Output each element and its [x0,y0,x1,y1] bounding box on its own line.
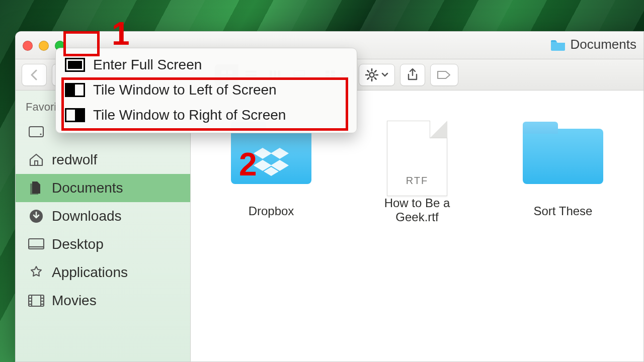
svg-line-26 [368,77,369,79]
folder-icon [550,38,566,51]
annotation-box-2 [61,77,348,131]
minimize-button[interactable] [39,41,49,51]
share-button[interactable] [400,64,425,86]
svg-point-28 [40,133,41,135]
documents-icon [28,179,45,197]
sidebar-item-label: redwolf [52,152,97,168]
svg-line-23 [368,70,369,72]
share-icon [407,68,418,81]
menu-item-label: Enter Full Screen [93,57,202,73]
window-title: Documents [550,37,637,52]
file-item[interactable]: RTF How to Be a Geek.rtf [367,121,467,224]
movies-icon [28,292,45,309]
sidebar-item-downloads[interactable]: Downloads [16,202,190,230]
sidebar-item-home[interactable]: redwolf [16,146,190,174]
file-badge: RTF [387,175,447,187]
sidebar-item-desktop[interactable]: Desktop [16,230,190,258]
home-icon [28,151,45,168]
gear-icon [365,68,378,81]
downloads-icon [28,208,45,225]
svg-marker-43 [271,148,289,159]
applications-icon [28,264,45,281]
disk-icon [28,123,45,140]
chevron-down-icon [381,72,388,77]
sidebar-item-documents[interactable]: Documents [16,174,190,202]
sidebar-item-label: Downloads [52,208,122,224]
file-name: Sort These [513,204,613,218]
sidebar-item-label: Applications [52,264,128,281]
fullscreen-icon [65,57,85,72]
svg-rect-29 [35,161,38,165]
sidebar-item-label: Documents [52,180,123,196]
close-button[interactable] [23,41,33,51]
menu-item-enter-fullscreen[interactable]: Enter Full Screen [58,52,355,77]
file-item[interactable]: Dropbox [221,121,321,224]
svg-line-25 [375,70,376,72]
window-title-text: Documents [571,37,637,52]
svg-line-24 [375,77,376,79]
file-item[interactable]: Sort These [513,121,613,224]
sidebar-item-label: Movies [52,293,97,309]
document-icon: RTF [377,121,457,186]
sidebar-item-applications[interactable]: Applications [16,258,190,287]
folder-icon [523,129,603,194]
annotation-number-1: 1 [112,15,130,52]
dropbox-icon [254,148,289,178]
svg-rect-27 [29,127,43,137]
annotation-box-1 [63,31,100,56]
file-name: Dropbox [221,204,321,218]
chevron-left-icon [30,69,38,80]
tags-button[interactable] [430,64,458,86]
file-name: How to Be a Geek.rtf [367,196,467,224]
sidebar-item-movies[interactable]: Movies [16,287,190,315]
annotation-number-2: 2 [239,146,257,183]
desktop-icon [28,236,45,253]
action-button[interactable] [359,64,395,86]
tag-icon [437,69,452,80]
back-button[interactable] [22,64,47,86]
sidebar-item-label: Desktop [52,236,104,252]
svg-point-18 [370,72,374,77]
desktop-background: Documents [0,0,644,362]
